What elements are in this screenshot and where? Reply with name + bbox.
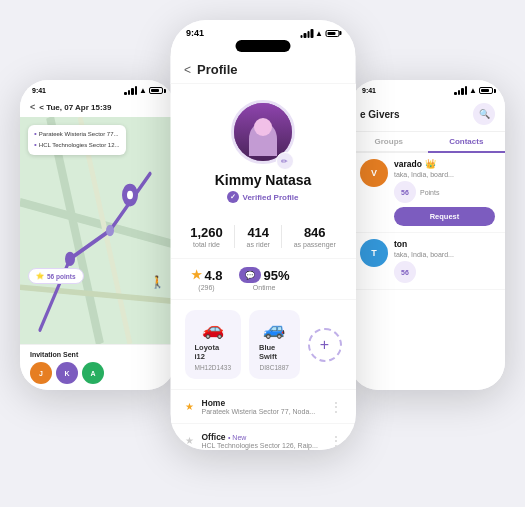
stat-total-ride: 1,260 total ride [190, 225, 223, 248]
stat-as-rider-label: as rider [246, 241, 269, 248]
crown-icon-1: 👑 [425, 159, 436, 169]
invitation-bar: Invitation Sent J K A [20, 344, 175, 390]
points-circle-1: 56 [394, 181, 416, 203]
dynamic-island-pill [235, 40, 290, 52]
office-star-icon: ★ [184, 435, 193, 446]
location-home: ★ Home Parateek Wisteria Sector 77, Noda… [170, 390, 355, 424]
stat-total-ride-value: 1,260 [190, 225, 223, 240]
request-button-1[interactable]: Request [394, 207, 495, 226]
car-name-1: Loyota i12 [194, 343, 231, 361]
back-button[interactable]: < [184, 63, 191, 77]
office-info: Office • New HCL Technologies Sector 126… [201, 432, 321, 449]
points-label-1: Points [420, 189, 439, 196]
dynamic-island [170, 40, 355, 52]
car-plate-1: MH12D1433 [194, 364, 231, 371]
office-dots-menu[interactable]: ⋮ [329, 434, 341, 448]
car-card-2[interactable]: 🚙 Blue Swift DI8C1887 [249, 310, 300, 379]
wifi-icon: ▲ [315, 29, 323, 38]
home-dots-menu[interactable]: ⋮ [329, 400, 341, 414]
stats-row: 1,260 total ride 414 as rider 846 as pas… [170, 215, 355, 259]
edit-icon[interactable]: ✏ [275, 152, 293, 170]
signal-bars [300, 29, 313, 38]
avatar-j: J [30, 362, 52, 384]
right-app-header: e Givers 🔍 [350, 97, 505, 132]
giver-info-1: varado 👑 taka, India, board... 56 Points… [394, 159, 495, 226]
giver-avatar-1: V [360, 159, 388, 187]
left-time: 9:41 [32, 87, 46, 94]
tab-contacts[interactable]: Contacts [428, 132, 506, 153]
add-car-button[interactable]: + [307, 328, 341, 362]
giver-loc-2: taka, India, board... [394, 251, 495, 258]
battery-icon [325, 30, 339, 37]
ontime-item: 💬 95% Ontime [238, 267, 289, 291]
star-icon: ★ [190, 268, 201, 282]
tabs-row: Groups Contacts [350, 132, 505, 153]
rating-value: ★ 4.8 [190, 268, 222, 283]
profile-header: < Profile [170, 56, 355, 84]
rating-row: ★ 4.8 (296) 💬 95% Ontime [170, 259, 355, 300]
home-name: Home [201, 398, 321, 408]
points-badge[interactable]: ⭐ 56 points [28, 268, 84, 284]
cars-section: 🚗 Loyota i12 MH12D1433 🚙 Blue Swift DI8C… [170, 300, 355, 390]
rating-number: 4.8 [204, 268, 222, 283]
giver-name-1: varado [394, 159, 422, 169]
location-office: ★ Office • New HCL Technologies Sector 1… [170, 424, 355, 450]
office-new-badge: • New [227, 434, 245, 441]
left-status-bar: 9:41 ▲ [20, 80, 175, 97]
center-phone: 9:41 ▲ < Profile ✏ Kimmy Natasa Verified [170, 20, 355, 450]
giver-points-row-1: 56 Points [394, 181, 495, 203]
stat-as-passenger-value: 846 [293, 225, 335, 240]
profile-avatar-section: ✏ Kimmy Natasa Verified Profile [170, 84, 355, 215]
profile-content: ✏ Kimmy Natasa Verified Profile 1,260 to… [170, 84, 355, 450]
right-status-icons: ▲ [454, 86, 493, 95]
locations-section: ★ Home Parateek Wisteria Sector 77, Noda… [170, 390, 355, 450]
svg-point-5 [65, 252, 75, 266]
giver-info-2: ton taka, India, board... 56 [394, 239, 495, 283]
walk-icon: 🚶 [150, 275, 165, 289]
center-status-bar: 9:41 ▲ [170, 20, 355, 40]
giver-name-2: ton [394, 239, 407, 249]
user-name: Kimmy Natasa [214, 172, 311, 188]
svg-point-6 [106, 225, 114, 236]
giver-item-1: V varado 👑 taka, India, board... 56 Poin… [350, 153, 505, 233]
right-app-title: e Givers [360, 109, 399, 120]
giver-loc-1: taka, India, board... [394, 171, 495, 178]
avatar-list: J K A [30, 362, 165, 384]
office-addr: HCL Technologies Sector 126, Raip... [201, 442, 321, 449]
giver-avatar-2: T [360, 239, 388, 267]
left-map-header: < < Tue, 07 Apr 15:39 [20, 97, 175, 117]
office-name: Office • New [201, 432, 321, 442]
stat-total-ride-label: total ride [190, 241, 223, 248]
ontime-label: Ontime [252, 284, 275, 291]
giver-item-2: T ton taka, India, board... 56 [350, 233, 505, 290]
points-circle-2: 56 [394, 261, 416, 283]
stat-as-passenger-label: as passenger [293, 241, 335, 248]
givers-list: V varado 👑 taka, India, board... 56 Poin… [350, 153, 505, 390]
chat-bubble-icon: 💬 [238, 267, 260, 283]
home-addr: Parateek Wisteria Sector 77, Noda... [201, 408, 321, 415]
stat-as-rider: 414 as rider [246, 225, 269, 248]
right-status-bar: 9:41 ▲ [350, 80, 505, 97]
cars-row: 🚗 Loyota i12 MH12D1433 🚙 Blue Swift DI8C… [184, 310, 341, 379]
right-phone: 9:41 ▲ e Givers 🔍 Groups Contacts V vara… [350, 80, 505, 390]
giver-name-row-2: ton [394, 239, 495, 249]
profile-title: Profile [197, 62, 237, 77]
search-button[interactable]: 🔍 [473, 103, 495, 125]
left-map-area: Parateek Wisteria Sector 77... HCL Techn… [20, 117, 175, 344]
stat-as-rider-value: 414 [246, 225, 269, 240]
avatar-a: A [82, 362, 104, 384]
rating-item: ★ 4.8 (296) [190, 268, 222, 291]
verified-badge: Verified Profile [227, 191, 298, 203]
home-star-icon: ★ [184, 401, 193, 412]
center-status-icons: ▲ [300, 29, 339, 38]
right-time: 9:41 [362, 87, 376, 94]
giver-name-row-1: varado 👑 [394, 159, 495, 169]
car-plate-2: DI8C1887 [259, 364, 288, 371]
car-card-1[interactable]: 🚗 Loyota i12 MH12D1433 [184, 310, 241, 379]
tab-groups[interactable]: Groups [350, 132, 428, 151]
home-info: Home Parateek Wisteria Sector 77, Noda..… [201, 398, 321, 415]
avatar-k: K [56, 362, 78, 384]
ontime-pct: 95% [263, 268, 289, 283]
car-icon-2: 🚙 [263, 318, 285, 340]
rating-count: (296) [198, 284, 214, 291]
